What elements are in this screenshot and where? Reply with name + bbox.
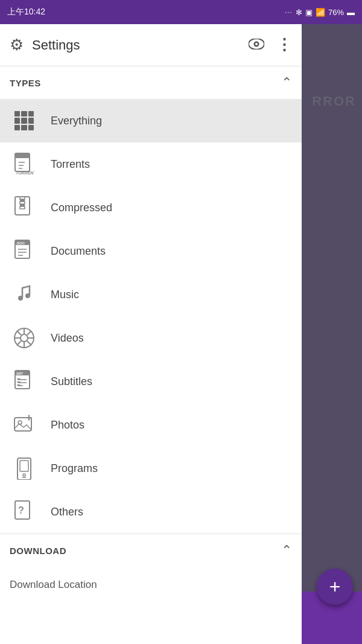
menu-item-subtitles[interactable]: SRT Subtitles [0, 360, 302, 403]
eye-icon[interactable] [249, 37, 264, 53]
subtitles-icon: SRT [10, 367, 39, 396]
svg-line-26 [17, 341, 21, 345]
status-bar: 上午10:42 ··· ✻ ▣ 📶 76% ▬ [0, 0, 362, 24]
menu-item-others[interactable]: ? Others [0, 490, 302, 534]
svg-point-16 [25, 293, 30, 298]
menu-item-label-others: Others [51, 506, 83, 518]
status-time: 上午10:42 [7, 7, 45, 18]
others-icon: ? [10, 497, 39, 526]
svg-rect-7 [20, 197, 25, 199]
torrents-icon: TORRENT [10, 150, 39, 179]
music-icon [10, 280, 39, 309]
svg-point-15 [18, 296, 23, 301]
compressed-icon [10, 193, 39, 222]
battery-percent: 76% [328, 8, 344, 17]
status-indicators: ··· ✻ ▣ 📶 76% ▬ [285, 8, 355, 17]
menu-item-label-photos: Photos [51, 419, 84, 432]
types-chevron-icon[interactable]: ⌃ [281, 75, 292, 91]
download-location-label: Download Location [10, 579, 97, 591]
videos-icon [10, 324, 39, 352]
download-chevron-icon[interactable]: ⌃ [281, 543, 292, 558]
svg-text:TORRENT: TORRENT [16, 171, 34, 175]
menu-item-label-torrents: Torrents [51, 158, 90, 171]
wifi-icon: 📶 [316, 8, 325, 17]
svg-point-2 [255, 43, 258, 45]
more-options-icon[interactable]: ⋮ [276, 36, 292, 54]
svg-text:?: ? [18, 505, 24, 515]
menu-item-torrents[interactable]: TORRENT Torrents [0, 142, 302, 186]
fab-add-button[interactable]: + [317, 569, 353, 605]
right-overlay [302, 24, 362, 591]
types-section-header: TYPES ⌃ [0, 66, 302, 99]
menu-item-label-music: Music [51, 289, 79, 301]
svg-point-18 [21, 334, 28, 342]
menu-item-label-videos: Videos [51, 332, 84, 345]
svg-line-23 [17, 331, 21, 335]
everything-icon [10, 106, 39, 135]
svg-rect-4 [15, 153, 30, 158]
menu-item-documents[interactable]: DOC Documents [0, 229, 302, 273]
menu-item-programs[interactable]: Programs [0, 447, 302, 490]
menu-item-label-everything: Everything [51, 115, 102, 127]
menu-item-photos[interactable]: Photos [0, 403, 302, 447]
download-section-title: DOWNLOAD [10, 546, 66, 556]
menu-item-label-programs: Programs [51, 462, 98, 475]
settings-title: Settings [32, 37, 80, 53]
menu-item-videos[interactable]: Videos [0, 316, 302, 360]
fab-plus-icon: + [329, 577, 341, 596]
programs-icon [10, 454, 39, 483]
svg-point-37 [23, 474, 25, 476]
photos-icon [10, 410, 39, 439]
menu-item-everything[interactable]: Everything [0, 99, 302, 142]
battery-icon: ▬ [347, 8, 355, 17]
svg-line-24 [27, 341, 31, 345]
menu-item-music[interactable]: Music [0, 273, 302, 316]
svg-rect-9 [20, 202, 25, 204]
download-section-header: DOWNLOAD ⌃ [0, 534, 302, 567]
menu-item-compressed[interactable]: Compressed [0, 186, 302, 229]
header-left: ⚙ Settings [10, 36, 80, 54]
svg-text:SRT: SRT [16, 372, 24, 375]
settings-drawer: ⚙ Settings ⋮ TYPES ⌃ [0, 24, 302, 644]
download-section: DOWNLOAD ⌃ Download Location [0, 534, 302, 603]
svg-rect-36 [20, 461, 28, 471]
header-right: ⋮ [249, 36, 292, 54]
drawer-header: ⚙ Settings ⋮ [0, 24, 302, 66]
svg-rect-11 [20, 206, 25, 209]
svg-rect-31 [17, 381, 21, 383]
menu-item-label-compressed: Compressed [51, 202, 112, 214]
menu-item-label-documents: Documents [51, 245, 106, 258]
svg-text:DOC: DOC [17, 241, 25, 245]
svg-line-25 [27, 331, 31, 335]
svg-rect-30 [17, 378, 21, 380]
menu-item-download-location[interactable]: Download Location [0, 567, 302, 603]
documents-icon: DOC [10, 237, 39, 266]
svg-rect-32 [17, 384, 21, 386]
settings-gear-icon: ⚙ [10, 36, 24, 54]
menu-item-label-subtitles: Subtitles [51, 375, 92, 388]
signal-icon: ··· [285, 8, 293, 16]
types-section-title: TYPES [10, 78, 41, 88]
bluetooth-icon: ✻ [296, 8, 302, 17]
sim-icon: ▣ [305, 8, 313, 17]
